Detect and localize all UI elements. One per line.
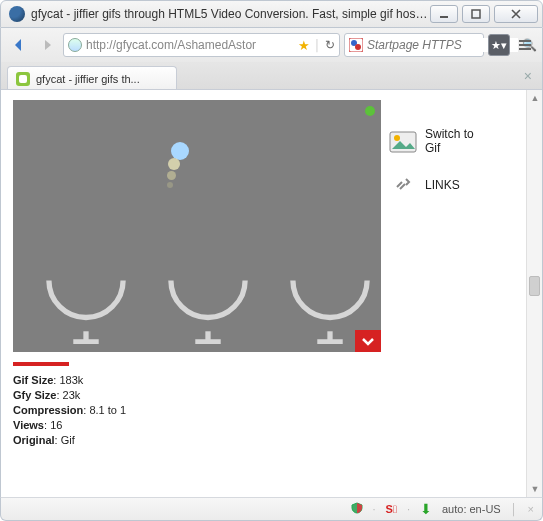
- back-button[interactable]: [7, 33, 31, 57]
- url-input[interactable]: [86, 38, 294, 52]
- window-titlebar: gfycat - jiffier gifs through HTML5 Vide…: [0, 0, 543, 28]
- maximize-button[interactable]: [462, 5, 490, 23]
- picture-icon: [389, 131, 417, 153]
- stat-row: Views: 16: [13, 419, 522, 431]
- forward-button[interactable]: [35, 33, 59, 57]
- status-sep: ·: [407, 503, 410, 515]
- status-dot-icon: [365, 106, 375, 116]
- url-sep: │: [314, 39, 321, 51]
- anim-ball: [167, 171, 176, 180]
- globe-outline: [33, 238, 139, 344]
- expand-button[interactable]: [355, 330, 381, 352]
- divider-accent: [13, 362, 69, 366]
- anim-ball: [167, 182, 173, 188]
- scroll-up-icon[interactable]: ▲: [527, 90, 543, 106]
- minimize-button[interactable]: [430, 5, 458, 23]
- reload-button[interactable]: ↻: [325, 38, 335, 52]
- globe-outline: [155, 238, 261, 344]
- scroll-thumb[interactable]: [529, 276, 540, 296]
- status-bar: · S⃠ · ⬇ auto: en-US │ ×: [0, 497, 543, 521]
- switch-to-gif-button[interactable]: Switch to Gif: [389, 128, 522, 156]
- tab-favicon: [16, 72, 30, 86]
- window-title: gfycat - jiffier gifs through HTML5 Vide…: [31, 7, 430, 21]
- shield-icon[interactable]: [351, 502, 363, 516]
- svg-rect-0: [440, 16, 448, 18]
- globe-outline: [277, 238, 383, 344]
- script-block-icon[interactable]: S⃠: [386, 503, 397, 515]
- url-bar[interactable]: ★ │ ↻: [63, 33, 340, 57]
- vertical-scrollbar[interactable]: ▲ ▼: [526, 90, 542, 497]
- anim-ball: [168, 158, 180, 170]
- stat-row: Compression: 8.1 to 1: [13, 404, 522, 416]
- page-content: Switch to Gif LINKS Gif Size: 183k Gfy S…: [1, 90, 526, 497]
- tab-active[interactable]: gfycat - jiffier gifs th...: [7, 66, 177, 90]
- stat-row: Original: Gif: [13, 434, 522, 446]
- status-sep: ·: [373, 503, 376, 515]
- svg-point-4: [355, 44, 361, 50]
- globe-icon: [68, 38, 82, 52]
- bookmarks-menu-button[interactable]: ★▾: [488, 34, 510, 56]
- switch-line1: Switch to: [425, 127, 474, 141]
- tabs-close-icon[interactable]: ×: [524, 68, 532, 84]
- search-provider-icon[interactable]: [349, 38, 363, 52]
- switch-line2: Gif: [425, 141, 440, 155]
- lang-indicator[interactable]: auto: en-US: [442, 503, 501, 515]
- window-controls: [430, 5, 538, 23]
- right-column: Switch to Gif LINKS: [389, 100, 522, 352]
- link-icon: [389, 174, 417, 196]
- svg-rect-1: [472, 10, 480, 18]
- content-wrap: Switch to Gif LINKS Gif Size: 183k Gfy S…: [0, 90, 543, 497]
- close-button[interactable]: [494, 5, 538, 23]
- video-player[interactable]: [13, 100, 381, 352]
- stats-block: Gif Size: 183k Gfy Size: 23k Compression…: [13, 374, 522, 446]
- nav-toolbar: ★ │ ↻ 🔍 ★▾: [0, 28, 543, 62]
- svg-point-12: [394, 135, 400, 141]
- stat-row: Gfy Size: 23k: [13, 389, 522, 401]
- tab-strip: gfycat - jiffier gifs th... ×: [0, 62, 543, 90]
- hamburger-menu-button[interactable]: [514, 34, 536, 56]
- links-label: LINKS: [425, 178, 460, 192]
- links-button[interactable]: LINKS: [389, 174, 522, 196]
- tab-label: gfycat - jiffier gifs th...: [36, 73, 140, 85]
- status-sep: │: [511, 503, 518, 515]
- app-favicon: [9, 6, 25, 22]
- status-close-icon[interactable]: ×: [528, 503, 534, 515]
- bookmark-star-icon[interactable]: ★: [298, 38, 310, 53]
- scroll-down-icon[interactable]: ▼: [527, 481, 543, 497]
- stat-row: Gif Size: 183k: [13, 374, 522, 386]
- download-icon[interactable]: ⬇: [420, 501, 432, 517]
- search-bar[interactable]: 🔍: [344, 33, 484, 57]
